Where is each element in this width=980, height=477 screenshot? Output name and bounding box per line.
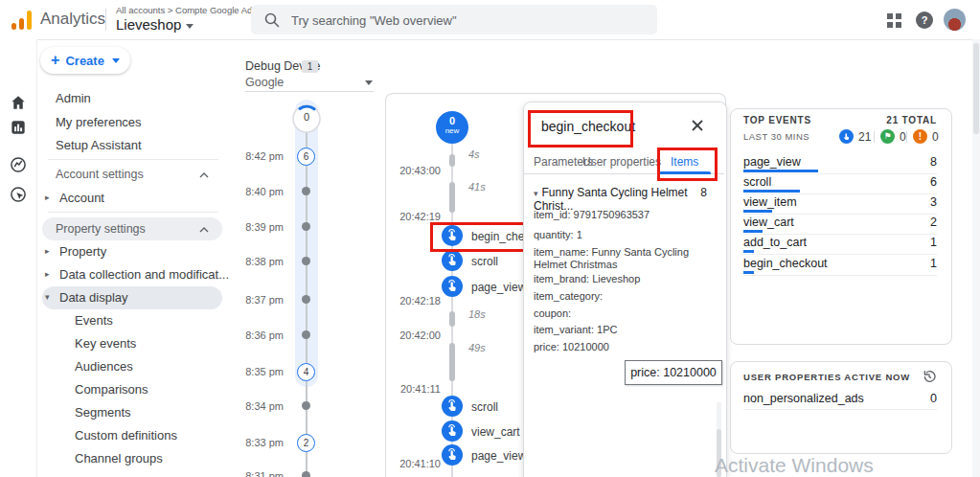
sidebar-item-custom-definitions[interactable]: Custom definitions (75, 428, 177, 443)
debug-device-select[interactable]: Google (245, 76, 284, 89)
breadcrumb[interactable]: All accounts > Compte Google Ads (116, 5, 257, 15)
create-label: Create (65, 54, 103, 68)
create-button[interactable]: + Create (40, 47, 130, 74)
home-icon[interactable] (9, 93, 28, 112)
minute-count-circle[interactable]: 4 (297, 363, 315, 381)
new-events-label: new (436, 127, 468, 135)
new-events-badge[interactable]: 0 new (436, 111, 468, 144)
event-scroll[interactable]: scroll (471, 255, 498, 268)
apps-grid-icon[interactable] (887, 13, 901, 28)
search-input[interactable] (289, 5, 648, 36)
param-quantity: quantity: 1 (534, 229, 712, 241)
tick-time: 8:40 pm (239, 186, 284, 197)
chevron-down-icon[interactable]: ▾ (45, 292, 50, 302)
sidebar-item-property[interactable]: Property (59, 244, 106, 259)
event-bar (743, 170, 818, 172)
search-bar[interactable] (251, 5, 657, 34)
counter-value: 21 (858, 130, 871, 144)
sidebar-item-comparisons[interactable]: Comparisons (75, 382, 148, 397)
sidebar-item-segments[interactable]: Segments (75, 405, 131, 420)
section-property-settings[interactable]: Property settings (56, 222, 146, 236)
counter-all-events: 21 (839, 129, 871, 144)
top-event-row[interactable]: scroll (743, 175, 771, 189)
minute-dot[interactable] (302, 295, 310, 304)
chevron-up-icon[interactable] (199, 225, 209, 235)
tap-event-icon[interactable] (442, 276, 463, 297)
minute-dot[interactable] (302, 257, 310, 265)
property-switcher[interactable]: Lieveshop (116, 16, 194, 33)
top-event-row[interactable]: add_to_cart (743, 236, 807, 249)
stream-timestamp: 20:43:00 (387, 165, 441, 176)
top-event-row[interactable]: view_item (743, 195, 797, 209)
page-scrollbar[interactable] (972, 39, 980, 477)
chevron-right-icon[interactable]: ▸ (45, 246, 50, 256)
tap-event-icon[interactable] (442, 420, 463, 442)
top-event-row[interactable]: view_cart (743, 216, 794, 229)
top-event-row[interactable]: page_view (743, 155, 801, 169)
sidebar-item-audiences[interactable]: Audiences (75, 359, 133, 374)
elapsed-label: 4s (468, 148, 480, 160)
error-icon: ! (913, 129, 927, 144)
top-event-count: 3 (900, 195, 937, 209)
sidebar-item-my-preferences[interactable]: My preferences (56, 115, 142, 129)
sidebar-item-data-collection[interactable]: Data collection and modificat... (59, 267, 229, 282)
close-icon[interactable] (690, 118, 705, 133)
minute-count-circle[interactable]: 6 (297, 148, 315, 166)
param-coupon: coupon: (534, 307, 712, 320)
user-property-row[interactable]: non_personalized_ads (743, 392, 864, 405)
sidebar-item-setup-assistant[interactable]: Setup Assistant (56, 138, 142, 152)
minute-dot[interactable] (302, 401, 310, 410)
history-icon[interactable] (922, 369, 937, 384)
chevron-right-icon[interactable]: ▸ (45, 193, 50, 202)
top-event-count: 2 (900, 216, 937, 229)
sidebar-item-channel-groups[interactable]: Channel groups (75, 451, 163, 466)
minute-dot[interactable] (302, 187, 310, 195)
event-scroll[interactable]: scroll (471, 400, 498, 414)
ga4-debugview-page: Analytics All accounts > Compte Google A… (0, 0, 980, 477)
sidebar-item-data-display[interactable]: Data display (59, 290, 128, 305)
minute-dot[interactable] (302, 471, 310, 477)
counter-value: 0 (900, 130, 906, 144)
minute-dot[interactable] (302, 330, 310, 339)
tick-time: 8:37 pm (239, 294, 284, 306)
sidebar-item-admin[interactable]: Admin (56, 91, 91, 105)
section-account-settings[interactable]: Account settings (56, 168, 144, 181)
avatar[interactable] (944, 9, 966, 31)
reports-icon[interactable] (9, 118, 28, 137)
sidebar-item-account[interactable]: Account (59, 191, 104, 205)
chevron-down-icon: ▾ (534, 189, 538, 198)
tap-event-icon[interactable] (442, 444, 463, 466)
tap-event-icon[interactable] (442, 396, 463, 417)
top-event-row[interactable]: begin_checkout (743, 257, 828, 270)
chevron-right-icon[interactable]: ▸ (45, 269, 50, 279)
caret-down-icon[interactable] (365, 80, 373, 85)
minute-dot[interactable] (302, 222, 310, 231)
tap-event-icon[interactable] (442, 250, 463, 271)
search-icon (264, 12, 280, 28)
advertising-icon[interactable] (9, 185, 28, 204)
annotation-box-begin-checkout-event (430, 222, 529, 252)
top-events-title: TOP EVENTS (743, 115, 811, 125)
timeline-current-minute[interactable]: 0 (291, 103, 322, 134)
event-page-view[interactable]: page_view (471, 449, 526, 463)
chevron-up-icon[interactable] (199, 170, 209, 180)
analytics-logo-icon[interactable] (11, 11, 34, 30)
explore-icon[interactable] (9, 155, 28, 174)
sidebar-item-events[interactable]: Events (75, 313, 113, 328)
sidebar-item-key-events[interactable]: Key events (75, 336, 136, 351)
tap-event-icon (839, 129, 854, 144)
event-view-cart[interactable]: view_cart (471, 425, 520, 439)
minute-count-circle[interactable]: 2 (297, 434, 315, 452)
elapsed-label: 41s (468, 181, 486, 193)
event-page-view[interactable]: page_view (471, 281, 526, 294)
elapsed-label: 18s (468, 308, 486, 320)
scrollbar-thumb[interactable] (973, 43, 979, 134)
help-icon[interactable]: ? (916, 11, 933, 29)
tab-user-properties[interactable]: User properties (582, 155, 661, 169)
row-divider (743, 234, 937, 235)
event-bar (743, 271, 754, 274)
tick-time: 8:39 pm (239, 221, 284, 233)
row-divider (743, 214, 937, 215)
sidebar-divider (48, 159, 218, 160)
plus-icon: + (51, 53, 59, 68)
